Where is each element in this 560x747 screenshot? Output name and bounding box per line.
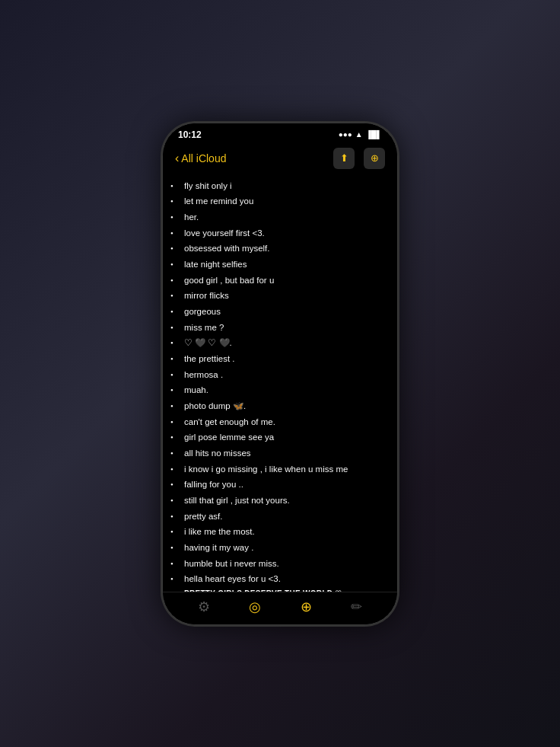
edit-icon-glyph: ✏ (351, 599, 362, 615)
bullet-icon: • (170, 291, 180, 300)
note-text: muah. (184, 384, 208, 397)
note-text: fly shit only i (184, 180, 232, 193)
list-item: •hermosa . (170, 367, 390, 383)
list-item: •her. (170, 209, 390, 225)
bullet-icon: • (170, 480, 180, 489)
list-item: •all hits no misses (170, 445, 390, 461)
bullet-icon: • (170, 527, 180, 536)
note-text: mirror flicks (184, 289, 229, 302)
note-text: obsessed with myself. (184, 242, 270, 255)
camera-icon[interactable]: ◎ (249, 599, 261, 615)
bottom-bar: ⚙ ◎ ⊕ ✏ (163, 592, 397, 624)
add-icon-glyph: ⊕ (301, 599, 312, 615)
note-text: still that girl , just not yours. (184, 494, 290, 507)
signal-icon: ●●● (339, 130, 352, 139)
list-item: •hella heart eyes for u <3. (170, 571, 390, 587)
note-text: humble but i never miss. (184, 557, 279, 570)
list-item: •can't get enough of me. (170, 414, 390, 430)
note-text: i like me the most. (184, 525, 255, 538)
note-text: hermosa . (184, 369, 223, 381)
list-item: •late night selfies (170, 257, 390, 273)
list-item: •miss me ? (170, 320, 390, 336)
bullet-icon: • (170, 464, 180, 474)
note-text: miss me ? (184, 321, 224, 334)
more-button[interactable]: ⊕ (364, 148, 385, 169)
bullet-icon: • (170, 574, 180, 583)
bullet-icon: • (170, 354, 180, 363)
note-text: gorgeous (184, 305, 221, 318)
bullet-icon: • (170, 385, 180, 394)
note-text: i know i go missing , i like when u miss… (184, 463, 348, 476)
list-item: •let me remind you (170, 193, 390, 209)
list-item: •photo dump 🦋. (170, 398, 390, 414)
bullet-icon: • (170, 417, 180, 426)
wifi-icon: ▲ (355, 130, 363, 139)
bullet-icon: • (170, 196, 180, 206)
bullet-icon: • (170, 260, 180, 269)
list-item: •pretty asf. (170, 509, 390, 525)
list-item: •the prettiest . (170, 351, 390, 367)
back-label: All iCloud (181, 152, 226, 164)
note-text: late night selfies (184, 258, 247, 271)
bullet-icon: • (170, 543, 180, 552)
list-item: •fly shit only i (170, 178, 390, 194)
list-item: •♡ 🖤 ♡ 🖤. (170, 335, 390, 351)
more-icon: ⊕ (371, 152, 379, 164)
notch (242, 123, 318, 140)
list-item: •i know i go missing , i like when u mis… (170, 461, 390, 477)
notes-list[interactable]: •fly shit only i•let me remind you•her.•… (163, 175, 397, 592)
note-text: all hits no misses (184, 447, 251, 460)
bullet-icon: • (170, 228, 180, 238)
note-text: good girl , but bad for u (184, 274, 274, 287)
bullet-icon: • (170, 276, 180, 285)
app-header: ‹ All iCloud ⬆ ⊕ (163, 143, 397, 175)
back-button[interactable]: ‹ All iCloud (175, 152, 226, 165)
bullet-icon: • (170, 370, 180, 379)
list-item: •obsessed with myself. (170, 241, 390, 257)
list-item: •having it my way . (170, 540, 390, 556)
bullet-icon: • (170, 512, 180, 521)
edit-icon[interactable]: ✏ (351, 599, 362, 615)
bullet-icon: • (170, 212, 180, 222)
bullet-icon: • (170, 433, 180, 442)
note-text: hella heart eyes for u <3. (184, 573, 281, 586)
note-text: her. (184, 211, 199, 224)
header-row: ‹ All iCloud ⬆ ⊕ (175, 148, 385, 169)
status-time: 10:12 (178, 129, 202, 140)
share-icon: ⬆ (340, 152, 348, 164)
bullet-icon: • (170, 307, 180, 316)
bullet-icon: • (170, 338, 180, 347)
note-text: let me remind you (184, 195, 253, 208)
list-item: •love yourself first <3. (170, 225, 390, 241)
share-button[interactable]: ⬆ (333, 148, 355, 169)
add-icon[interactable]: ⊕ (301, 599, 312, 615)
bullet-icon: • (170, 449, 180, 458)
list-item: •humble but i never miss. (170, 556, 390, 572)
bullet-icon: • (170, 181, 180, 190)
settings-icon-glyph: ⚙ (198, 599, 210, 615)
list-item: •mirror flicks (170, 288, 390, 304)
bullet-icon: • (170, 323, 180, 332)
camera-icon-glyph: ◎ (249, 599, 261, 615)
note-text: can't get enough of me. (184, 416, 275, 429)
note-text: love yourself first <3. (184, 227, 265, 240)
bullet-icon: • (170, 244, 180, 253)
settings-icon[interactable]: ⚙ (198, 599, 210, 615)
list-item: •still that girl , just not yours. (170, 493, 390, 509)
list-item: •good girl , but bad for u (170, 273, 390, 289)
bullet-icon: • (170, 559, 180, 568)
battery-icon: ▐█▌ (366, 130, 382, 139)
note-text: ♡ 🖤 ♡ 🖤. (184, 337, 232, 350)
note-text: the prettiest . (184, 353, 234, 366)
back-chevron-icon: ‹ (175, 152, 179, 165)
note-text: falling for you .. (184, 478, 243, 491)
note-text: pretty asf. (184, 510, 223, 523)
list-item: •i like me the most. (170, 524, 390, 540)
bullet-icon: • (170, 401, 180, 410)
status-icons: ●●● ▲ ▐█▌ (339, 130, 382, 139)
list-item: •muah. (170, 382, 390, 398)
list-item: •gorgeous (170, 304, 390, 320)
note-text: girl pose lemme see ya (184, 431, 274, 444)
list-item: •girl pose lemme see ya (170, 429, 390, 445)
note-text: having it my way . (184, 541, 253, 554)
